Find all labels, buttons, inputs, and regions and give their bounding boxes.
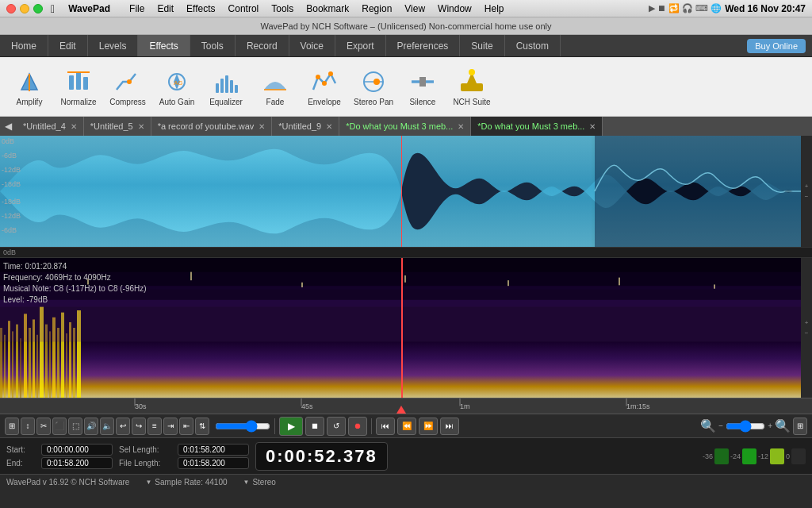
silence-button[interactable]: Silence	[400, 61, 446, 113]
menu-effects[interactable]: Effects	[181, 2, 220, 15]
menu-bookmark[interactable]: Bookmark	[301, 2, 354, 15]
menu-help[interactable]: Help	[479, 2, 510, 15]
svg-rect-3	[76, 72, 81, 90]
tab-edit[interactable]: Edit	[48, 35, 88, 56]
menu-tools[interactable]: Tools	[266, 2, 299, 15]
spec-side-buttons: + −	[801, 258, 812, 398]
prev-tab-button[interactable]: ◀	[0, 117, 17, 136]
close-tab-2[interactable]: ✕	[259, 122, 265, 131]
doc-tab-0[interactable]: *Untitled_4 ✕	[17, 117, 84, 136]
doc-tab-2[interactable]: *a record of youtube.wav ✕	[151, 117, 273, 136]
menu-edit[interactable]: Edit	[151, 2, 179, 15]
amplify-button[interactable]: Amplify	[6, 61, 52, 113]
menu-view[interactable]: View	[399, 2, 431, 15]
stop-button[interactable]: ⏹	[305, 417, 324, 436]
db-label-neg18-top: -18dB	[2, 180, 21, 188]
apple-icon: 	[51, 2, 55, 15]
transport-tool-3[interactable]: ✂	[36, 418, 51, 435]
transport-tool-5[interactable]: ⬚	[68, 418, 82, 435]
start-end-group: Start: 0:00:00.000 End: 0:01:58.200	[6, 444, 113, 469]
doc-tab-4[interactable]: *Do what you Must 3 meb... ✕	[339, 117, 471, 136]
transport-tool-4[interactable]: ⬛	[52, 418, 67, 435]
playhead-triangle	[396, 406, 406, 414]
tab-effects[interactable]: Effects	[138, 35, 190, 56]
transport-tool-8[interactable]: ↩	[116, 418, 130, 435]
start-value[interactable]: 0:00:00.000	[41, 444, 113, 456]
nchs-button[interactable]: NCH Suite	[449, 61, 495, 113]
prev-button[interactable]: ⏮	[376, 418, 395, 435]
rewind-button[interactable]: ⏪	[397, 418, 416, 435]
tab-export[interactable]: Export	[335, 35, 386, 56]
menu-file[interactable]: File	[124, 2, 150, 15]
app-name[interactable]: WavePad	[63, 2, 116, 15]
close-tab-5[interactable]: ✕	[589, 122, 596, 131]
zoom-fit-button[interactable]: ⊞	[793, 418, 807, 435]
end-value[interactable]: 0:01:58.200	[41, 457, 113, 469]
close-button[interactable]	[6, 4, 16, 13]
file-length-value[interactable]: 0:01:58.200	[178, 457, 249, 469]
zoom-in-button[interactable]: 🔍	[775, 418, 791, 433]
timeline[interactable]: 30s 45s 1m 1m:15s	[0, 398, 812, 414]
transport-tool-2[interactable]: ↕	[21, 418, 35, 435]
transport-tool-9[interactable]: ↪	[132, 418, 146, 435]
minimize-button[interactable]	[20, 4, 29, 13]
svg-point-16	[322, 81, 327, 86]
autogain-icon: AG	[163, 67, 191, 96]
sel-length-value[interactable]: 0:01:58.200	[178, 444, 249, 456]
end-label: End:	[6, 459, 38, 468]
tab-custom[interactable]: Custom	[505, 35, 561, 56]
zoom-in-top[interactable]: +	[805, 183, 809, 190]
status-bar: Start: 0:00:00.000 End: 0:01:58.200 Sel …	[0, 437, 812, 474]
menu-window[interactable]: Window	[432, 2, 477, 15]
dropdown-arrow-ch: ▼	[243, 479, 250, 486]
zoom-in-spec[interactable]: +	[805, 319, 809, 326]
autogain-button[interactable]: AG Auto Gain	[154, 61, 200, 113]
close-tab-0[interactable]: ✕	[71, 122, 77, 131]
close-tab-3[interactable]: ✕	[326, 122, 332, 131]
doc-tab-1[interactable]: *Untitled_5 ✕	[84, 117, 151, 136]
spectrogram-info: Time: 0:01:20.874 Frequency: 4069Hz to 4…	[3, 261, 147, 306]
menu-region[interactable]: Region	[356, 2, 397, 15]
tab-record[interactable]: Record	[236, 35, 289, 56]
transport-tool-13[interactable]: ⇅	[195, 418, 209, 435]
doc-tab-5[interactable]: *Do what you Must 3 meb... ✕	[471, 117, 603, 136]
zoom-out-top[interactable]: −	[805, 193, 809, 200]
zoom-out-spec[interactable]: −	[805, 329, 809, 337]
loop-button[interactable]: ↺	[327, 417, 346, 436]
spec-time: Time: 0:01:20.874	[3, 261, 147, 272]
tab-levels[interactable]: Levels	[88, 35, 139, 56]
ffwd-button[interactable]: ⏩	[419, 418, 438, 435]
stereopan-button[interactable]: Stereo Pan	[350, 61, 396, 113]
zoom-slider[interactable]	[726, 421, 765, 431]
compress-button[interactable]: Compress	[105, 61, 151, 113]
transport-tool-11[interactable]: ⇥	[163, 418, 178, 435]
close-tab-4[interactable]: ✕	[458, 122, 464, 131]
tab-suite[interactable]: Suite	[460, 35, 504, 56]
menu-control[interactable]: Control	[223, 2, 265, 15]
tab-voice[interactable]: Voice	[289, 35, 335, 56]
zoom-out-button[interactable]: 🔍	[700, 418, 716, 433]
record-button[interactable]: ⏺	[348, 417, 367, 436]
transport-tool-1[interactable]: ⊞	[5, 418, 19, 435]
buy-button[interactable]: Buy Online	[747, 39, 806, 53]
play-button[interactable]: ▶	[279, 417, 303, 436]
tab-preferences[interactable]: Preferences	[386, 35, 461, 56]
envelope-button[interactable]: Envelope	[301, 61, 347, 113]
tab-home[interactable]: Home	[0, 35, 48, 56]
volume-slider[interactable]	[215, 421, 270, 432]
svg-rect-31	[0, 342, 812, 398]
next-button[interactable]: ⏭	[440, 418, 459, 435]
tab-tools[interactable]: Tools	[190, 35, 236, 56]
doc-tab-3[interactable]: *Untitled_9 ✕	[272, 117, 339, 136]
transport-tool-12[interactable]: ⇤	[179, 418, 193, 435]
close-tab-1[interactable]: ✕	[138, 122, 144, 131]
transport-tool-10[interactable]: ≡	[147, 418, 162, 435]
file-length-row: File Length: 0:01:58.200	[119, 457, 249, 469]
version-label: WavePad v 16.92 © NCH Software	[6, 478, 129, 487]
transport-tool-6[interactable]: 🔊	[84, 418, 98, 435]
transport-tool-7[interactable]: 🔈	[100, 418, 114, 435]
fade-button[interactable]: Fade	[252, 61, 298, 113]
normalize-button[interactable]: Normalize	[56, 61, 102, 113]
maximize-button[interactable]	[33, 4, 43, 13]
equalizer-button[interactable]: Equalizer	[203, 61, 249, 113]
